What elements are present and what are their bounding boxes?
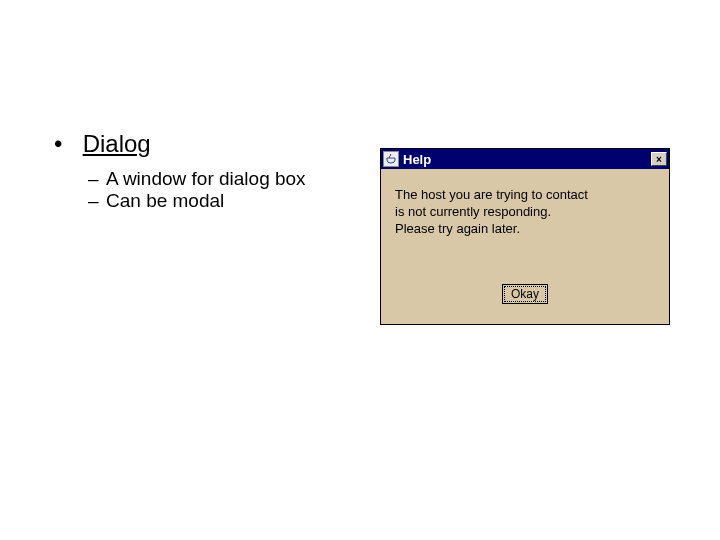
bullet-list: Dialog A window for dialog box Can be mo… [50, 130, 370, 212]
bullet-title: Dialog [83, 130, 151, 157]
okay-button[interactable]: Okay [502, 284, 548, 304]
dialog-title: Help [403, 152, 651, 167]
bullet-item: Dialog A window for dialog box Can be mo… [50, 130, 370, 212]
sub-item: Can be modal [88, 190, 370, 212]
dialog-titlebar: Help × [381, 149, 669, 169]
message-line: is not currently responding. [395, 204, 655, 221]
sub-item: A window for dialog box [88, 168, 370, 190]
sub-list: A window for dialog box Can be modal [88, 168, 370, 212]
close-icon: × [656, 154, 662, 165]
dialog-button-row: Okay [395, 284, 655, 314]
java-cup-icon [383, 151, 399, 167]
sub-item-text: A window for dialog box [106, 168, 306, 189]
dialog-window: Help × The host you are trying to contac… [380, 148, 670, 325]
close-button[interactable]: × [651, 152, 667, 166]
sub-item-text: Can be modal [106, 190, 224, 211]
slide-content: Dialog A window for dialog box Can be mo… [0, 0, 720, 325]
text-column: Dialog A window for dialog box Can be mo… [50, 130, 370, 212]
message-line: Please try again later. [395, 221, 655, 238]
dialog-message: The host you are trying to contact is no… [395, 187, 655, 238]
dialog-body: The host you are trying to contact is no… [381, 169, 669, 324]
message-line: The host you are trying to contact [395, 187, 655, 204]
